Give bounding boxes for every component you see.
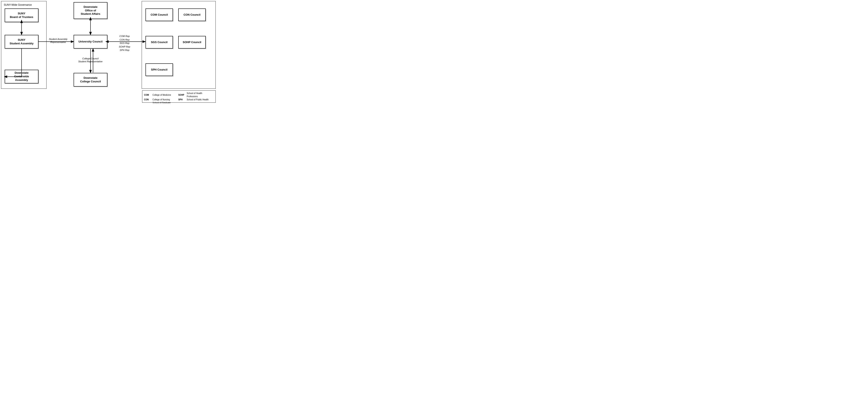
university-council-box: University Council — [73, 35, 107, 48]
legend-abbr: SPH — [178, 98, 187, 101]
dosa-box: DownstateOffice ofStudent Affairs — [73, 2, 107, 19]
con-council-label: CON Council — [184, 13, 200, 17]
legend-row: SGS School of Graduate Studies — [144, 101, 214, 103]
suny-trustees-box: SUNYBoard of Trustees — [5, 8, 38, 22]
dosa-label: DownstateOffice ofStudent Affairs — [81, 5, 100, 16]
legend-abbr: CON — [144, 98, 152, 101]
con-council-box: CON Council — [178, 8, 206, 21]
legend-full: College of Medicine — [152, 92, 178, 98]
legend-full: School of Graduate Studies — [152, 101, 178, 103]
legend-row: CON College of Nursing SPH School of Pub… — [144, 98, 214, 101]
university-council-label: University Council — [79, 40, 102, 43]
sohp-council-label: SOHP Council — [183, 41, 201, 44]
suny-assembly-label: SUNYStudent Assembly — [10, 38, 34, 45]
suny-assembly-box: SUNYStudent Assembly — [5, 35, 38, 48]
sph-council-label: SPH Council — [151, 68, 167, 72]
college-council-label: DownstateCollege Council — [80, 76, 101, 83]
centerwide-label: DownstateCenterwideAssembly — [14, 71, 29, 82]
legend-full: College of Nursing — [152, 98, 178, 101]
student-assembly-rep-label: Student AssemblyRepresentative — [45, 38, 71, 44]
legend-full: School of Public Health — [187, 98, 214, 101]
sph-council-box: SPH Council — [146, 63, 173, 76]
suny-trustees-label: SUNYBoard of Trustees — [10, 12, 33, 19]
legend-row: COM College of Medicine SOHP School of H… — [144, 92, 214, 98]
college-council-box: DownstateCollege Council — [73, 73, 107, 87]
centerwide-box: DownstateCenterwideAssembly — [5, 70, 38, 83]
legend-box: COM College of Medicine SOHP School of H… — [142, 91, 216, 103]
sgs-council-label: SGS Council — [151, 41, 168, 44]
sgs-council-box: SGS Council — [146, 36, 173, 48]
college-council-rep-label: College CouncilStudent Representative — [72, 57, 109, 63]
com-council-label: COM Council — [151, 13, 168, 17]
legend-abbr: SGS — [144, 101, 152, 103]
legend-abbr: SOHP — [178, 92, 187, 98]
reps-label: COM RepCON RepSGS RepSOHP RepSPH Rep — [111, 34, 138, 52]
sohp-council-box: SOHP Council — [178, 36, 206, 48]
legend-full: School of Health Professions — [187, 92, 214, 98]
suny-region-label: SUNY-Wide Governance — [4, 3, 32, 6]
legend-abbr: COM — [144, 92, 152, 98]
com-council-box: COM Council — [146, 8, 173, 21]
diagram: SUNY-Wide Governance Downstate Student C… — [0, 0, 217, 103]
